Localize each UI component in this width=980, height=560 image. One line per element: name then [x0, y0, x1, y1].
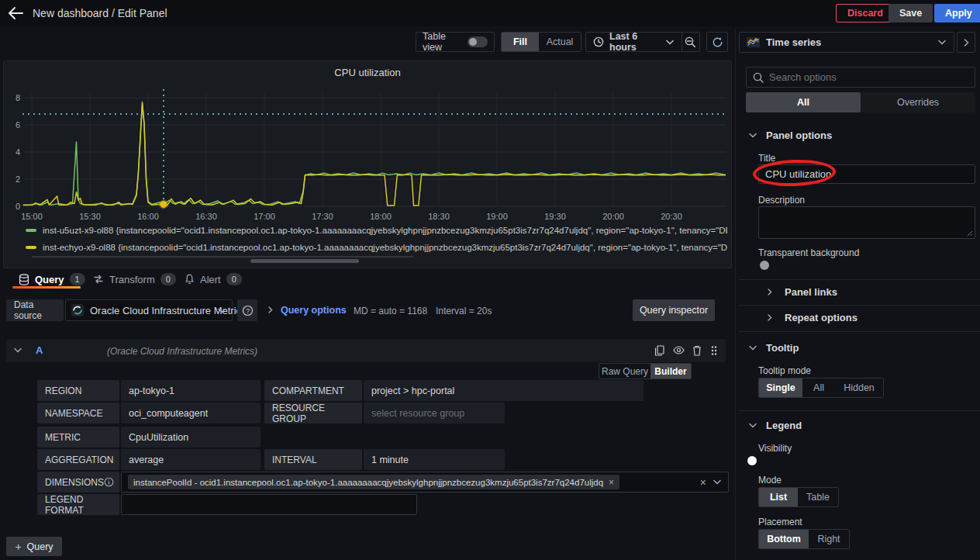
tab-overrides[interactable]: Overrides — [861, 92, 975, 112]
chevron-right-icon[interactable] — [768, 289, 772, 296]
time-range-picker[interactable]: Last 6 hours — [609, 31, 660, 53]
chevron-right-icon — [964, 39, 969, 47]
region-select[interactable]: ap-tokyo-1 — [121, 380, 261, 401]
add-query-button[interactable]: + Query — [6, 537, 62, 556]
hide-query-eye-icon[interactable] — [673, 346, 685, 354]
legend-placement-bottom[interactable]: Bottom — [759, 530, 809, 548]
resource-group-label: RESOURCE GROUP — [264, 403, 362, 423]
panel-options-header[interactable]: Panel options — [766, 130, 832, 141]
resize-handle-icon[interactable] — [967, 230, 973, 237]
legend-scrollbar-thumb[interactable] — [250, 259, 359, 263]
raw-query-option[interactable]: Raw Query — [599, 364, 650, 379]
tooltip-mode-all[interactable]: All — [802, 379, 835, 397]
chevron-down-icon[interactable] — [14, 347, 22, 353]
datasource-label: Data source — [6, 299, 64, 321]
repeat-options-section[interactable]: Repeat options — [785, 312, 858, 323]
svg-text:0: 0 — [16, 202, 20, 211]
legend-placement-switch: Bottom Right — [758, 529, 850, 549]
chart-title[interactable]: CPU utilization — [4, 67, 731, 78]
builder-option[interactable]: Builder — [650, 364, 691, 379]
timeseries-chart[interactable]: 0246815:0015:3016:0016:3017:0017:3018:00… — [4, 83, 732, 224]
grafana-edit-panel: New dashboard / Edit Panel Discard Save … — [0, 0, 980, 560]
svg-text:19:30: 19:30 — [544, 212, 566, 221]
svg-text:?: ? — [246, 306, 250, 314]
tooltip-mode-single[interactable]: Single — [759, 379, 802, 397]
tooltip-header[interactable]: Tooltip — [766, 342, 799, 354]
chevron-down-icon[interactable] — [749, 345, 757, 351]
tooltip-mode-hidden[interactable]: Hidden — [835, 379, 883, 397]
legend-item[interactable]: inst-u5uzt-x9-ol88 {instancepoolid="ocid… — [26, 224, 727, 237]
tab-all-options[interactable]: All — [746, 92, 861, 112]
chevron-down-icon[interactable] — [749, 423, 757, 428]
chevron-right-icon[interactable] — [768, 314, 772, 321]
legend-placement-label: Placement — [758, 517, 802, 527]
search-options-input[interactable] — [769, 67, 975, 87]
legend-scrollbar-track — [32, 256, 413, 258]
namespace-select[interactable]: oci_computeagent — [121, 403, 261, 423]
visualization-picker[interactable]: Time series — [739, 32, 954, 53]
database-icon — [19, 274, 29, 285]
drag-handle-icon[interactable] — [710, 345, 718, 356]
svg-text:20:00: 20:00 — [602, 212, 624, 221]
dimensions-multiselect[interactable]: instancePoolId - ocid1.instancepool.oc1.… — [121, 472, 729, 493]
delete-query-trash-icon[interactable] — [692, 345, 702, 356]
svg-text:19:00: 19:00 — [486, 212, 508, 221]
zoom-out-icon[interactable] — [682, 36, 699, 48]
tab-label: Alert — [200, 274, 221, 285]
sidebar-divider — [735, 29, 736, 560]
tab-transform[interactable]: Transform 0 — [93, 270, 176, 289]
legend-series-label: inst-echyo-x9-ol88 {instancepoolid="ocid… — [43, 243, 727, 252]
query-row-header[interactable]: A (Oracle Cloud Infrastructure Metrics) — [6, 339, 726, 362]
legend-visibility-label: Visibility — [758, 443, 792, 454]
divider — [739, 331, 980, 332]
svg-text:4: 4 — [16, 147, 20, 157]
legend-placement-right[interactable]: Right — [809, 530, 849, 548]
remove-tag-icon[interactable]: × — [609, 477, 614, 488]
actual-option[interactable]: Actual — [539, 33, 581, 51]
apply-button[interactable]: Apply — [934, 4, 980, 22]
query-options-toggle[interactable]: Query options — [281, 305, 347, 316]
table-view-toggle[interactable] — [468, 36, 488, 47]
tab-label: Transform — [109, 274, 155, 285]
svg-text:16:30: 16:30 — [195, 212, 217, 221]
duplicate-query-icon[interactable] — [654, 345, 664, 356]
tab-alert[interactable]: Alert 0 — [185, 270, 242, 289]
discard-button[interactable]: Discard — [836, 4, 895, 22]
aggregation-select[interactable]: average — [121, 449, 261, 470]
description-textarea[interactable] — [758, 206, 975, 239]
series-color-swatch — [26, 229, 36, 232]
query-inspector-button[interactable]: Query inspector — [633, 299, 715, 321]
datasource-help-button[interactable]: ? — [237, 299, 257, 321]
query-ref-id[interactable]: A — [36, 344, 43, 356]
legend-item[interactable]: inst-echyo-x9-ol88 {instancepoolid="ocid… — [26, 241, 727, 254]
tooltip-mode-switch: Single All Hidden — [758, 378, 884, 398]
max-data-points-info: MD = auto = 1168 — [354, 306, 427, 316]
panel-links-section[interactable]: Panel links — [785, 286, 837, 298]
fill-option[interactable]: Fill — [502, 33, 539, 51]
search-options-box — [746, 67, 975, 88]
legend-mode-list[interactable]: List — [759, 488, 798, 506]
tab-label: Query — [35, 274, 64, 285]
dimension-tag[interactable]: instancePoolId - ocid1.instancepool.oc1.… — [128, 475, 619, 489]
active-tab-underline — [12, 286, 81, 289]
save-button[interactable]: Save — [889, 4, 933, 22]
back-button[interactable] — [8, 6, 23, 22]
panel-title-input[interactable] — [765, 165, 968, 183]
legend-format-input[interactable] — [128, 495, 410, 514]
collapse-options-button[interactable] — [957, 32, 975, 53]
datasource-picker[interactable]: Oracle Cloud Infrastructure Metrics — [65, 299, 233, 321]
legend-mode-label: Mode — [758, 475, 782, 486]
legend-mode-table[interactable]: Table — [798, 488, 838, 506]
legend-header[interactable]: Legend — [766, 420, 802, 431]
search-icon — [753, 72, 764, 83]
chevron-down-icon[interactable] — [749, 133, 757, 138]
info-icon — [104, 477, 114, 487]
tab-count-badge: 0 — [226, 273, 242, 285]
refresh-button[interactable] — [706, 32, 728, 52]
region-label: REGION — [37, 380, 119, 401]
metric-select[interactable]: CpuUtilization — [121, 427, 261, 448]
interval-select[interactable]: 1 minute — [364, 449, 505, 470]
compartment-select[interactable]: project > hpc-portal — [364, 380, 644, 401]
clear-all-icon[interactable]: × — [700, 476, 706, 489]
resource-group-select[interactable]: select resource group — [364, 403, 505, 423]
